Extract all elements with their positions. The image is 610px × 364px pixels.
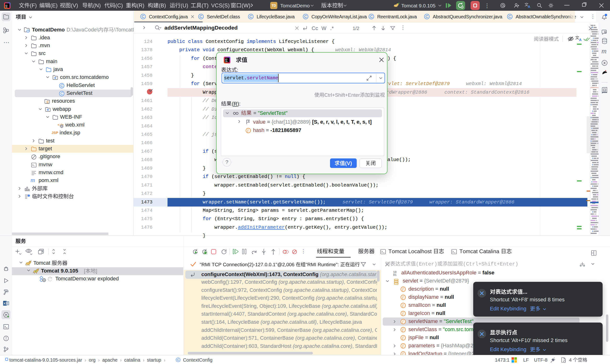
svg-text:A: A xyxy=(604,89,605,91)
svg-text:IJ: IJ xyxy=(225,58,227,61)
svg-text:01: 01 xyxy=(393,273,397,276)
